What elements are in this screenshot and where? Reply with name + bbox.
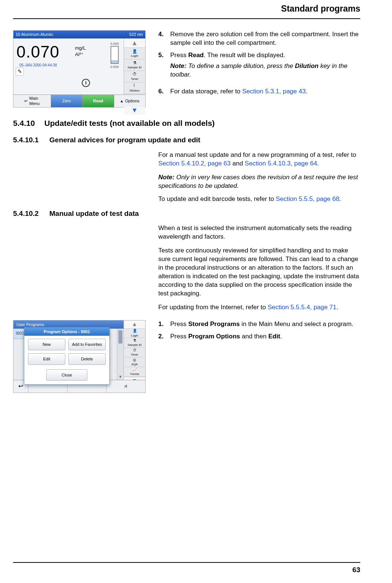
link-5-5-5[interactable]: Section 5.5.5, page 68 [276, 195, 339, 202]
heading-5-4-10-2: 5.4.10.2 Manual update of test data [13, 209, 360, 218]
scroll-up-icon[interactable]: ▲ [124, 38, 145, 48]
new-button[interactable]: New [28, 339, 65, 350]
heading-5-4-10: 5.4.10 Update/edit tests (not available … [13, 118, 360, 128]
figure-2: User Programs 9001 ▲ ▼ ▲ 👤Login ⚗Sample … [13, 320, 146, 393]
triangle-up-icon: ▲ [120, 99, 124, 104]
main-menu-button[interactable]: ↩MainMenu [13, 95, 51, 107]
program-options-screen: User Programs 9001 ▲ ▼ ▲ 👤Login ⚗Sample … [13, 320, 146, 393]
reading-value: 0.070 [16, 41, 121, 63]
steps-1-2: 1. Press Stored Programs in the Main Men… [158, 320, 360, 393]
measurement-screen: 10 Aluminum Alumin. 522 nm 0.070 mg/L Al… [13, 30, 146, 108]
add-to-favorites-button[interactable]: Add to Favorites [68, 339, 106, 350]
login-button[interactable]: 👤Login [124, 329, 145, 338]
person-icon: 👤 [132, 329, 137, 334]
top-row: 10 Aluminum Alumin. 522 nm 0.070 mg/L Al… [13, 30, 360, 108]
step-5: 5. Press Read. The result will be displa… [158, 51, 360, 84]
scr1-bottom-bar: ↩MainMenu Zero Read ▲Options [13, 94, 145, 107]
trends-button[interactable]: 📈Trends [124, 367, 145, 377]
heading-5-4-10-1: 5.4.10.1 General advices for program upd… [13, 135, 360, 145]
timer-icon: ⏱ [132, 72, 137, 77]
scrollbar[interactable]: ▲ ▼ [117, 329, 124, 380]
reading-units: mg/L Al³⁺ [75, 45, 86, 58]
page-number: 63 [352, 566, 360, 574]
timer-button[interactable]: ⏱Timer [124, 348, 145, 357]
dilution-button[interactable]: ⠇Dilution [124, 83, 145, 94]
scr2-sidebar: ▲ 👤Login ⚗Sample ID ⏱Timer ◎AQA 📈Trends … [124, 320, 145, 380]
link-5-5-5-4[interactable]: Section 5.5.5.4, page 71 [268, 304, 336, 311]
bottom-button-3[interactable]: rt [106, 380, 145, 393]
sample-id-button[interactable]: ⚗Sample ID [124, 338, 145, 348]
scr1-topbar: 10 Aluminum Alumin. 522 nm [13, 31, 145, 38]
note-dilution: Note: To define a sample dilution, press… [170, 62, 360, 79]
program-name: 10 Aluminum Alumin. [16, 32, 54, 37]
timer-button[interactable]: ⏱Timer [124, 71, 145, 83]
cell-diagram: 0.000 0.000 [108, 41, 121, 69]
section-5-4-10-2-body: When a test is selected the instrument a… [158, 224, 360, 311]
scroll-up-icon[interactable]: ▲ [124, 320, 145, 329]
section-5-4-10-1-body: For a manual test update and for a new p… [158, 151, 360, 204]
timer-icon: ⏱ [132, 348, 137, 353]
sample-id-button[interactable]: ⚗Sample ID [124, 59, 145, 71]
dialog-title: Program Options - 9001 [24, 328, 109, 336]
link-5-4-10-2[interactable]: Section 5.4.10.2, page 63 [158, 160, 231, 167]
options-button[interactable]: ▲Options [114, 95, 146, 107]
person-icon: 👤 [132, 49, 137, 54]
aqa-button[interactable]: ◎AQA [124, 357, 145, 367]
header-title: Standard programs [281, 4, 360, 13]
step-4: 4. Remove the zero solution cell from th… [158, 30, 360, 47]
flask-icon: ⚗ [132, 338, 137, 343]
wavelength: 522 nm [129, 32, 143, 37]
cell-icon [111, 46, 119, 64]
aqa-icon: ◎ [132, 357, 137, 362]
steps-4-6: 4. Remove the zero solution cell from th… [158, 30, 360, 108]
delete-button[interactable]: Delete [68, 353, 106, 365]
dilution-icon: ⠇ [132, 83, 137, 89]
step-1: 1. Press Stored Programs in the Main Men… [158, 320, 360, 329]
page-footer: 63 [13, 562, 360, 575]
page-header: Standard programs [13, 0, 360, 19]
scr1-sidebar: ▲ 👤Login ⚗Sample ID ⏱Timer ⠇Dilution ◎AQ… [124, 38, 145, 94]
login-button[interactable]: 👤Login [124, 48, 145, 59]
zero-button[interactable]: Zero [51, 95, 83, 107]
step-6: 6. For data storage, refer to Section 5.… [158, 87, 360, 96]
edit-icon[interactable]: ✎ [16, 68, 24, 76]
timestamp: 05-JAN-2000 04:44:38 [16, 63, 121, 69]
link-5-3-1[interactable]: Section 5.3.1, page 43 [242, 88, 306, 95]
back-arrow-icon: ↩ [24, 98, 28, 104]
edit-button[interactable]: Edit [28, 353, 65, 365]
info-icon[interactable]: i [82, 79, 90, 87]
flask-icon: ⚗ [132, 60, 137, 65]
figure-1: 10 Aluminum Alumin. 522 nm 0.070 mg/L Al… [13, 30, 146, 108]
step-2: 2. Press Program Options and then Edit. [158, 332, 360, 341]
program-options-dialog: Program Options - 9001 New Add to Favori… [24, 327, 110, 385]
bottom-row: User Programs 9001 ▲ ▼ ▲ 👤Login ⚗Sample … [13, 320, 360, 393]
link-5-4-10-3[interactable]: Section 5.4.10.3, page 64 [245, 160, 317, 167]
note-revision: Note: Only in very few cases does the re… [158, 173, 360, 190]
chart-icon: 📈 [132, 367, 137, 372]
close-button[interactable]: Close [46, 369, 87, 381]
read-button[interactable]: Read [83, 95, 114, 107]
scrollbar-thumb[interactable] [118, 330, 122, 344]
scrollbar-down-icon[interactable]: ▼ [117, 374, 124, 380]
